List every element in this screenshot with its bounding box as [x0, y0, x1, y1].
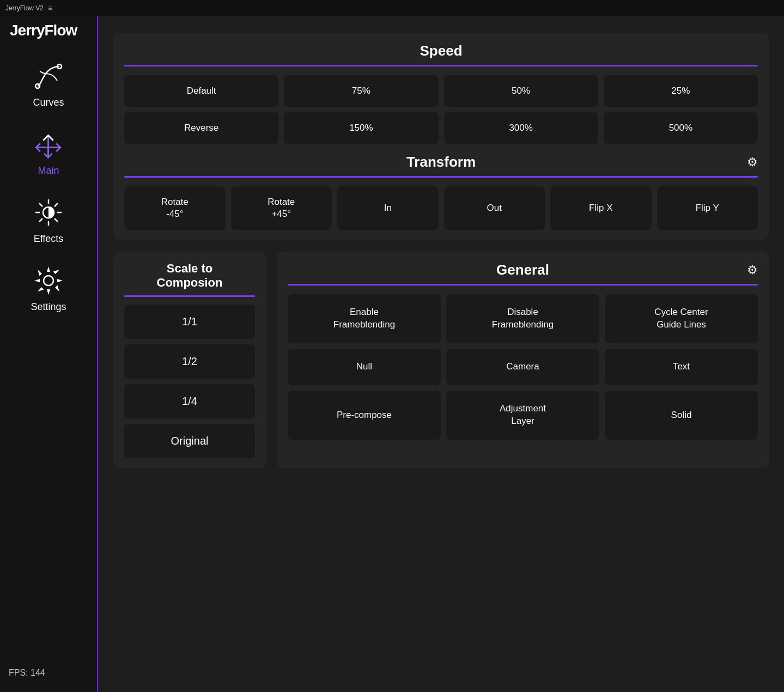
- speed-default-button[interactable]: Default: [124, 75, 278, 107]
- speed-reverse-button[interactable]: Reverse: [124, 112, 278, 144]
- curves-icon: [32, 60, 65, 93]
- svg-line-12: [54, 218, 58, 222]
- flip-y-button[interactable]: Flip Y: [657, 186, 758, 230]
- svg-line-13: [54, 203, 58, 207]
- transform-title: Transform: [406, 154, 476, 171]
- in-button[interactable]: In: [337, 186, 439, 230]
- pre-compose-button[interactable]: Pre-compose: [288, 391, 441, 440]
- general-divider: [288, 284, 758, 286]
- transform-divider: [124, 176, 758, 178]
- text-button[interactable]: Text: [605, 349, 758, 385]
- camera-button[interactable]: Camera: [446, 349, 599, 385]
- sidebar-logo: JerryFlow: [0, 22, 77, 39]
- general-panel: General ⚙ EnableFrameblending DisableFra…: [277, 252, 769, 468]
- main-icon: [32, 128, 65, 161]
- scale-panel: Scale toComposion 1/1 1/2 1/4 Original: [113, 252, 266, 468]
- sidebar-curves-label: Curves: [33, 97, 64, 108]
- bottom-row: Scale toComposion 1/1 1/2 1/4 Original G…: [113, 252, 769, 468]
- sidebar-main-label: Main: [38, 165, 59, 177]
- settings-icon: [32, 264, 65, 297]
- speed-header: Speed: [124, 43, 758, 59]
- general-header: General ⚙: [288, 262, 758, 278]
- effects-icon: [32, 196, 65, 229]
- titlebar: JerryFlow V2 ≡: [0, 0, 784, 16]
- sidebar-settings-label: Settings: [31, 301, 66, 313]
- scale-1-4-button[interactable]: 1/4: [124, 384, 255, 418]
- svg-line-14: [39, 218, 42, 222]
- speed-75-button[interactable]: 75%: [284, 75, 438, 107]
- scale-buttons: 1/1 1/2 1/4 Original: [124, 305, 255, 458]
- solid-button[interactable]: Solid: [605, 391, 758, 440]
- speed-title: Speed: [420, 43, 462, 59]
- sidebar-item-main[interactable]: Main: [0, 118, 97, 186]
- rotate-plus-button[interactable]: Rotate+45°: [231, 186, 332, 230]
- out-button[interactable]: Out: [444, 186, 545, 230]
- speed-row2: Reverse 150% 300% 500%: [124, 112, 758, 144]
- scale-original-button[interactable]: Original: [124, 424, 255, 458]
- scale-1-1-button[interactable]: 1/1: [124, 305, 255, 339]
- app-body: JerryFlow Curves: [0, 16, 784, 692]
- adjustment-layer-button[interactable]: AdjustmentLayer: [446, 391, 599, 440]
- sidebar-item-settings[interactable]: Settings: [0, 254, 97, 323]
- general-title: General: [496, 262, 549, 278]
- transform-gear-icon[interactable]: ⚙: [747, 155, 758, 169]
- flip-x-button[interactable]: Flip X: [550, 186, 652, 230]
- sidebar-item-curves[interactable]: Curves: [0, 50, 97, 118]
- fps-display: FPS: 144: [0, 659, 54, 687]
- titlebar-title: JerryFlow V2: [5, 4, 44, 12]
- rotate-minus-button[interactable]: Rotate-45°: [124, 186, 226, 230]
- speed-divider: [124, 65, 758, 66]
- speed-transform-panel: Speed Default 75% 50% 25% Reverse 150% 3…: [113, 33, 769, 240]
- scale-1-2-button[interactable]: 1/2: [124, 344, 255, 379]
- speed-50-button[interactable]: 50%: [444, 75, 598, 107]
- sidebar-effects-label: Effects: [34, 233, 64, 245]
- menu-icon[interactable]: ≡: [48, 4, 52, 13]
- sidebar-item-effects[interactable]: Effects: [0, 186, 97, 254]
- disable-frameblending-button[interactable]: DisableFrameblending: [446, 294, 599, 343]
- scale-divider: [124, 295, 255, 297]
- speed-500-button[interactable]: 500%: [604, 112, 758, 144]
- speed-300-button[interactable]: 300%: [444, 112, 598, 144]
- cycle-center-button[interactable]: Cycle CenterGuide Lines: [605, 294, 758, 343]
- speed-25-button[interactable]: 25%: [604, 75, 758, 107]
- null-button[interactable]: Null: [288, 349, 441, 385]
- main-content: Speed Default 75% 50% 25% Reverse 150% 3…: [98, 16, 784, 692]
- svg-point-15: [44, 276, 53, 286]
- scale-title: Scale toComposion: [124, 262, 255, 290]
- speed-150-button[interactable]: 150%: [284, 112, 438, 144]
- transform-buttons: Rotate-45° Rotate+45° In Out Flip X Flip…: [124, 186, 758, 230]
- general-buttons: EnableFrameblending DisableFrameblending…: [288, 294, 758, 440]
- sidebar: JerryFlow Curves: [0, 16, 98, 692]
- svg-line-11: [39, 203, 42, 207]
- enable-frameblending-button[interactable]: EnableFrameblending: [288, 294, 441, 343]
- general-gear-icon[interactable]: ⚙: [747, 263, 758, 277]
- speed-row1: Default 75% 50% 25%: [124, 75, 758, 107]
- transform-header: Transform ⚙: [124, 154, 758, 171]
